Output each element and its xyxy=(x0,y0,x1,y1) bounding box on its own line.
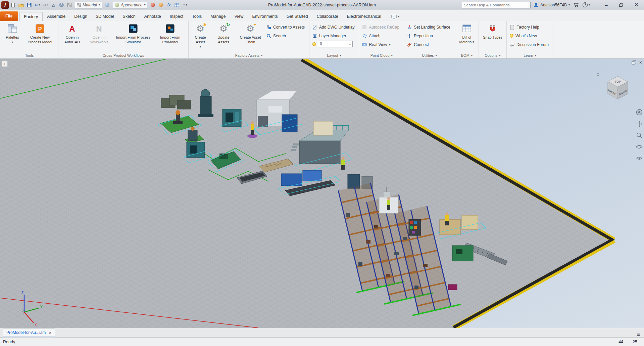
color-override-2-button[interactable] xyxy=(157,1,164,9)
pan-icon[interactable] xyxy=(636,121,643,127)
bill-of-materials-button[interactable]: Bill of Materials xyxy=(457,22,477,51)
tab-annotate[interactable]: Annotate xyxy=(140,12,165,21)
factory-scene[interactable]: Z Y X xyxy=(0,59,644,328)
zoom-icon[interactable] xyxy=(636,132,643,139)
new-file-button[interactable] xyxy=(9,1,17,9)
help-search-box[interactable] xyxy=(462,2,531,8)
group-label-point-cloud[interactable]: Point Cloud▾ xyxy=(361,52,402,58)
restore-button[interactable] xyxy=(614,0,629,10)
open-in-navisworks-button[interactable]: N Open in Navisworks xyxy=(85,22,113,51)
layer-dropdown-icon[interactable]: ▾ xyxy=(349,43,351,46)
group-label-utilities[interactable]: Utilities▾ xyxy=(406,52,453,58)
tab-manage[interactable]: Manage xyxy=(206,12,230,21)
palettes-button[interactable]: Palettes ▾ xyxy=(2,22,22,51)
tab-get-started[interactable]: Get Started xyxy=(282,12,312,21)
redo-button[interactable]: ↪▾ xyxy=(42,1,49,9)
viewport-restore-icon[interactable] xyxy=(632,60,636,64)
appearance-ball-button[interactable] xyxy=(104,1,111,9)
attach-point-cloud-button[interactable]: Attach xyxy=(361,32,402,40)
import-from-promodel-button[interactable]: Import From ProModel xyxy=(154,22,187,51)
tab-3d-model[interactable]: 3D Model xyxy=(92,12,118,21)
ribbon-display-control[interactable]: ▾ xyxy=(389,12,401,21)
measure-button[interactable] xyxy=(58,1,65,9)
create-asset-chain-button[interactable]: ⚙✦ Create Asset Chain xyxy=(237,22,264,51)
app-store-button[interactable] xyxy=(573,1,580,9)
home-view-button[interactable]: ⌂ xyxy=(50,1,57,9)
help-menu[interactable]: ? ▾ xyxy=(583,2,590,7)
document-tab-close-icon[interactable]: × xyxy=(49,330,51,335)
save-button[interactable] xyxy=(26,1,33,9)
search-input[interactable] xyxy=(464,3,529,7)
tab-collaborate[interactable]: Collaborate xyxy=(312,12,343,21)
worker-figure-2[interactable] xyxy=(341,157,345,170)
tab-tools[interactable]: Tools xyxy=(188,12,206,21)
open-file-button[interactable] xyxy=(17,1,25,9)
appearance-dropdown[interactable]: Appearance ▾ xyxy=(113,2,148,8)
gear-icon: ⚙↻ xyxy=(219,24,228,33)
tab-factory[interactable]: Factory xyxy=(19,12,43,21)
document-tab[interactable]: ProModel-for-Au...iam × xyxy=(3,328,55,337)
parameters-fx-button[interactable]: fx xyxy=(165,1,172,9)
add-dwg-underlay-button[interactable]: Add DWG Underlay xyxy=(311,23,357,31)
table-icon xyxy=(174,2,180,8)
tab-file[interactable]: File xyxy=(0,11,18,21)
tab-list-menu-icon[interactable]: ≡ xyxy=(633,332,644,337)
equipment-magenta-unit[interactable] xyxy=(448,285,457,290)
layer-visibility-icon[interactable] xyxy=(312,42,316,46)
viewcube-top-label[interactable]: TOP xyxy=(615,80,621,83)
create-new-process-model-button[interactable]: P Create New Process Model xyxy=(23,22,56,51)
view-cube[interactable]: ⌂ TOP FRONT RIGHT xyxy=(601,72,635,105)
look-at-icon[interactable] xyxy=(636,155,643,162)
material-swatch-button[interactable] xyxy=(66,1,73,9)
user-account-menu[interactable]: Anelson56F4B ▾ xyxy=(533,2,570,8)
group-label-options[interactable]: Options▾ xyxy=(481,52,505,58)
discussion-forum-button[interactable]: Discussion Forum xyxy=(508,40,551,49)
layer-manager-button[interactable]: Layer Manager xyxy=(311,32,357,40)
browser-expand-button[interactable]: + xyxy=(2,61,8,67)
asset-search-button[interactable]: Search xyxy=(265,32,307,40)
group-label-learn[interactable]: Learn▾ xyxy=(508,52,551,58)
orbit-icon[interactable] xyxy=(636,143,643,150)
group-label-layout[interactable]: Layout▾ xyxy=(311,52,357,58)
undo-button[interactable]: ↩▾ xyxy=(34,1,41,9)
convert-to-assets-button[interactable]: Convert to Assets xyxy=(265,23,307,31)
worker-figure-3[interactable] xyxy=(445,213,449,225)
tab-sketch[interactable]: Sketch xyxy=(118,12,140,21)
connect-button[interactable]: Connect xyxy=(406,40,453,49)
set-landing-surface-button[interactable]: Set Landing Surface xyxy=(406,23,453,31)
group-label-factory-assets[interactable]: Factory Assets▾ xyxy=(190,52,307,58)
open-in-autocad-button[interactable]: A Open in AutoCAD xyxy=(60,22,84,51)
tab-assemble[interactable]: Assemble xyxy=(43,12,70,21)
create-asset-button[interactable]: ⚙✱ Create Asset ▾ xyxy=(190,22,210,51)
toolbar-overflow-button[interactable]: ≡▾ xyxy=(181,1,189,9)
material-dropdown[interactable]: Material ▾ xyxy=(75,2,102,8)
reposition-button[interactable]: Reposition xyxy=(406,32,453,40)
equipment-green-machine-right[interactable] xyxy=(452,246,473,261)
minimize-button[interactable]: – xyxy=(599,0,614,10)
tab-inspect[interactable]: Inspect xyxy=(165,12,188,21)
parameter-table-button[interactable] xyxy=(173,1,181,9)
tab-design[interactable]: Design xyxy=(70,12,92,21)
equipment-mini-rack[interactable] xyxy=(409,219,421,235)
whats-new-button[interactable]: What's New xyxy=(508,32,551,40)
update-assets-button[interactable]: ⚙↻ Update Assets xyxy=(211,22,236,51)
inventor-logo-icon[interactable]: I xyxy=(1,1,9,9)
autodesk-recap-button[interactable]: Autodesk ReCap xyxy=(361,23,402,31)
tab-view[interactable]: View xyxy=(230,12,248,21)
viewcube-home-icon[interactable]: ⌂ xyxy=(596,71,599,77)
tab-environments[interactable]: Environments xyxy=(248,12,282,21)
viewport-close-icon[interactable]: × xyxy=(639,60,642,65)
import-from-process-simulator-button[interactable]: Import From Process Simulator xyxy=(114,22,153,51)
worker-figure-4[interactable] xyxy=(387,197,390,210)
real-view-button[interactable]: Real View ▾ xyxy=(361,40,402,49)
group-label-bom[interactable]: BOM▾ xyxy=(457,52,477,58)
open-folder-icon xyxy=(18,2,24,8)
full-navigation-wheel-icon[interactable] xyxy=(636,109,643,116)
active-layer-select[interactable]: 0 ▾ xyxy=(311,40,357,48)
tab-electromechanical[interactable]: Electromechanical xyxy=(343,12,386,21)
color-override-button[interactable] xyxy=(149,1,156,9)
3d-viewport[interactable]: Z Y X + × ⌂ TOP FRONT RIGHT xyxy=(0,59,644,328)
factory-help-button[interactable]: Factory Help xyxy=(508,23,551,31)
snap-types-button[interactable]: Snap Types xyxy=(481,22,505,51)
close-button[interactable]: × xyxy=(629,0,644,10)
